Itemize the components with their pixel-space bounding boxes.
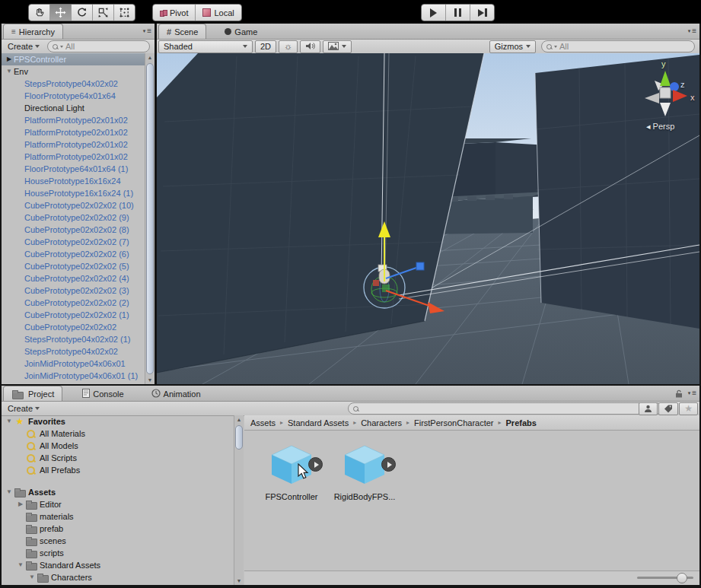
tree-item-materials[interactable]: materials — [2, 510, 244, 523]
project-create-dropdown[interactable]: Create — [3, 402, 44, 415]
breadcrumb-item[interactable]: Assets — [250, 418, 276, 427]
pivot-toggle-button[interactable]: Pivot — [153, 5, 196, 21]
tab-project[interactable]: Project — [3, 386, 62, 401]
scene-search-input[interactable]: All — [541, 40, 695, 52]
hierarchy-item[interactable]: HousePrototype16x16x24 — [2, 175, 145, 187]
tree-item-editor[interactable]: ▶Editor — [2, 498, 244, 510]
asset-item[interactable]: RigidBodyFPS... — [336, 445, 394, 501]
hierarchy-item[interactable]: JoinMidPrototype04x06x01 — [2, 358, 145, 370]
expand-arrow-icon[interactable]: ▼ — [16, 559, 25, 571]
breadcrumb-item[interactable]: Characters — [361, 418, 402, 427]
tab-console[interactable]: Console — [75, 386, 131, 401]
hierarchy-item[interactable]: CubePrototype02x02x02 — [2, 321, 145, 333]
breadcrumb-item[interactable]: Standard Assets — [288, 418, 349, 427]
hierarchy-create-dropdown[interactable]: Create — [3, 40, 44, 52]
scroll-down-icon[interactable]: ▼ — [234, 578, 244, 583]
expand-arrow-icon[interactable]: ▼ — [5, 486, 14, 498]
hierarchy-item[interactable]: CubePrototype02x02x02 (2) — [2, 297, 145, 309]
project-panel-menu[interactable]: ▾≡ — [688, 389, 697, 397]
hierarchy-item[interactable]: JoinMidPrototype04x06x01 (1) — [2, 370, 145, 382]
scene-viewport[interactable]: y z x ◂ Persp — [157, 53, 699, 384]
hierarchy-item[interactable]: StepsPrototype04x02x02 (1) — [2, 333, 145, 345]
hierarchy-item[interactable]: HousePrototype16x16x24 (1) — [2, 187, 145, 199]
hierarchy-item[interactable]: CubePrototype02x02x02 (5) — [2, 260, 145, 272]
tree-scrollbar[interactable]: ▲ ▼ — [234, 415, 244, 585]
hierarchy-item[interactable]: CubePrototype02x02x02 (7) — [2, 236, 145, 248]
thumbnail-zoom-slider[interactable] — [637, 577, 693, 579]
scene-lighting-button[interactable]: ☼ — [279, 40, 298, 53]
hierarchy-item[interactable]: PlatformPrototype02x01x02 — [2, 151, 145, 163]
hierarchy-item[interactable]: PlatformPrototype02x01x02 — [2, 126, 145, 138]
scene-audio-button[interactable] — [300, 40, 320, 53]
tree-item-standard-assets[interactable]: ▼Standard Assets — [2, 559, 244, 571]
play-button[interactable] — [422, 5, 446, 21]
zoom-slider-knob[interactable] — [677, 573, 687, 583]
search-by-type-button[interactable] — [639, 402, 658, 415]
tab-scene[interactable]: # Scene — [158, 24, 206, 39]
move-tool-button[interactable] — [50, 5, 72, 21]
lock-button[interactable] — [675, 389, 683, 398]
hierarchy-item[interactable]: CubePrototype02x02x02 (8) — [2, 224, 145, 236]
projection-toggle[interactable]: ◂ Persp — [646, 122, 674, 132]
expand-arrow-icon[interactable]: ▶ — [5, 53, 14, 65]
expand-arrow-icon[interactable]: ▶ — [16, 498, 25, 510]
tab-game[interactable]: Game — [217, 24, 265, 39]
expand-arrow-icon[interactable]: ▼ — [27, 571, 37, 583]
tab-animation[interactable]: Animation — [144, 386, 209, 401]
hierarchy-item[interactable]: CubePrototype02x02x02 (10) — [2, 199, 145, 211]
hierarchy-item[interactable]: CubePrototype02x02x02 (9) — [2, 211, 145, 224]
breadcrumb-item[interactable]: Prefabs — [506, 418, 537, 427]
rotate-tool-button[interactable] — [72, 5, 93, 21]
hierarchy-item[interactable]: CubePrototype02x02x02 (3) — [2, 284, 145, 297]
project-search-input[interactable] — [348, 402, 663, 415]
tab-hierarchy[interactable]: ≡ Hierarchy — [3, 24, 63, 39]
hierarchy-item[interactable]: CubePrototype02x02x02 (4) — [2, 272, 145, 284]
hierarchy-panel-menu[interactable]: ▾≡ — [143, 27, 152, 35]
tree-item-scenes[interactable]: scenes — [2, 535, 244, 547]
hierarchy-item[interactable]: StepsPrototype04x02x02 — [2, 78, 145, 90]
scroll-up-icon[interactable]: ▲ — [145, 55, 155, 60]
scroll-up-icon[interactable]: ▲ — [234, 417, 244, 422]
gizmos-dropdown[interactable]: Gizmos — [489, 40, 536, 53]
scale-tool-button[interactable] — [93, 5, 114, 21]
scene-panel-menu[interactable]: ▾≡ — [688, 27, 697, 35]
hierarchy-item[interactable]: CubePrototype02x02x02 (1) — [2, 309, 145, 321]
hierarchy-item[interactable]: Directional Light — [2, 102, 145, 114]
tree-item-assets[interactable]: ▼Assets — [2, 486, 244, 498]
step-button[interactable] — [470, 5, 494, 21]
asset-item[interactable]: FPSController — [263, 445, 320, 501]
breadcrumb-item[interactable]: FirstPersonCharacter — [414, 418, 494, 427]
pause-button[interactable] — [446, 5, 470, 21]
search-by-label-button[interactable] — [658, 402, 678, 415]
expand-arrow-icon[interactable]: ▼ — [5, 415, 14, 427]
tree-item-all-materials[interactable]: All Materials — [2, 427, 244, 440]
hierarchy-item[interactable]: ▶FPSController — [2, 53, 145, 65]
tree-item-all-scripts[interactable]: All Scripts — [2, 452, 244, 464]
hierarchy-scrollbar-thumb[interactable] — [146, 63, 154, 374]
local-toggle-button[interactable]: Local — [196, 5, 241, 21]
shading-mode-dropdown[interactable]: Shaded — [158, 40, 253, 53]
2d-toggle-button[interactable]: 2D — [255, 40, 276, 53]
scene-effects-dropdown[interactable] — [323, 40, 352, 53]
hierarchy-item[interactable]: PlatformPrototype02x01x02 — [2, 138, 145, 151]
hand-tool-button[interactable] — [29, 5, 50, 21]
tree-item-all-models[interactable]: All Models — [2, 440, 244, 452]
hierarchy-item[interactable]: FloorPrototype64x01x64 (1) — [2, 163, 145, 175]
hierarchy-scrollbar[interactable]: ▲ ▼ — [145, 53, 155, 384]
hierarchy-search-input[interactable]: All — [47, 40, 150, 52]
hierarchy-item[interactable]: StepsPrototype04x02x02 — [2, 345, 145, 358]
hierarchy-item[interactable]: CubePrototype02x02x02 (6) — [2, 248, 145, 260]
tree-item-characters[interactable]: ▼Characters — [2, 571, 244, 583]
tree-item-scripts[interactable]: scripts — [2, 547, 244, 559]
tree-item-all-prefabs[interactable]: All Prefabs — [2, 464, 244, 476]
tree-item-favorites[interactable]: ▼★Favorites — [2, 415, 244, 427]
tree-scrollbar-thumb[interactable] — [235, 425, 243, 450]
hierarchy-item[interactable]: ▼Env — [2, 65, 145, 78]
expand-arrow-icon[interactable]: ▼ — [5, 65, 14, 78]
tree-item-prefab[interactable]: prefab — [2, 523, 244, 535]
prefab-expand-button[interactable] — [381, 457, 396, 472]
scroll-down-icon[interactable]: ▼ — [145, 377, 155, 383]
hierarchy-item[interactable]: PlatformPrototype02x01x02 — [2, 114, 145, 126]
hierarchy-item[interactable]: FloorPrototype64x01x64 — [2, 90, 145, 102]
save-search-button[interactable]: ★ — [679, 402, 698, 415]
